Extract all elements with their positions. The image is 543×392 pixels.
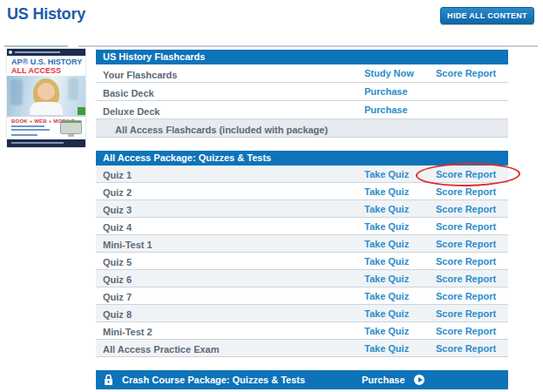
crash-course-purchase-link[interactable]: Purchase [362,370,405,389]
hide-all-content-button[interactable]: HIDE ALL CONTENT [440,7,534,24]
book-cover-thumbnail: AP® U.S. HISTORY ALL ACCESS BOOK + WEB +… [7,49,85,147]
table-row-quiz-3: Quiz 3 Take Quiz Score Report [96,200,508,218]
take-quiz-link[interactable]: Take Quiz [364,218,409,235]
table-row-all-access-flashcards-note: All Access Flashcards (included with pac… [96,119,508,138]
table-row-quiz-1: Quiz 1 Take Quiz Score Report [96,166,508,183]
score-report-link[interactable]: Score Report [436,64,496,83]
table-row-quiz-5: Quiz 5 Take Quiz Score Report [96,253,508,270]
table-row-quiz-2: Quiz 2 Take Quiz Score Report [96,183,508,200]
score-report-link[interactable]: Score Report [436,253,496,270]
book-cover-top-text-decor [15,51,60,53]
row-label: Quiz 3 [96,205,132,215]
table-row-quiz-8: Quiz 8 Take Quiz Score Report [96,305,508,322]
quizzes-tests-table: All Access Package: Quizzes & Tests Quiz… [96,151,508,357]
play-circle-icon[interactable] [414,375,424,385]
laptop-graphic [60,120,82,134]
crash-course-bar: Crash Course Package: Quizzes & Tests Pu… [96,370,508,389]
score-report-link[interactable]: Score Report [436,270,496,287]
book-cover-bottom-bar [7,139,85,147]
table-row-quiz-4: Quiz 4 Take Quiz Score Report [96,218,508,235]
table-row-quiz-7: Quiz 7 Take Quiz Score Report [96,287,508,305]
take-quiz-link[interactable]: Take Quiz [364,200,409,218]
book-cover-title: AP® U.S. HISTORY [11,57,85,66]
flashcards-table: US History Flashcards Your Flashcards St… [96,50,508,138]
table-row-basic-deck: Basic Deck Purchase [96,83,508,101]
student-photo-face [37,83,55,100]
rea-logo [78,107,85,115]
crash-course-bar-label: Crash Course Package: Quizzes & Tests [122,370,305,389]
table-row-your-flashcards: Your Flashcards Study Now Score Report [96,64,508,83]
table-row-mini-test-2: Mini-Test 2 Take Quiz Score Report [96,322,508,340]
score-report-link[interactable]: Score Report [436,218,496,235]
take-quiz-link[interactable]: Take Quiz [364,270,409,287]
row-label: Quiz 7 [96,292,132,302]
row-label: Quiz 5 [96,257,132,267]
row-label: Your Flashcards [96,70,177,80]
row-label: Mini-Test 2 [96,327,153,337]
row-label: Quiz 2 [96,187,132,198]
take-quiz-link[interactable]: Take Quiz [364,253,409,270]
score-report-link[interactable]: Score Report [436,183,496,200]
book-cover-subtitle: ALL ACCESS [11,66,85,75]
table-row-quiz-6: Quiz 6 Take Quiz Score Report [96,270,508,287]
row-label: Deluxe Deck [96,106,160,117]
row-label: Quiz 6 [96,274,132,285]
table-row-deluxe-deck: Deluxe Deck Purchase [96,101,508,119]
course-content-page: US History HIDE ALL CONTENT AP® U.S. HIS… [0,0,543,392]
table-row-mini-test-1: Mini-Test 1 Take Quiz Score Report [96,235,508,253]
book-cover-logo-dot [9,51,12,54]
row-label: Quiz 8 [96,309,132,320]
row-label: Basic Deck [96,88,154,98]
purchase-link[interactable]: Purchase [364,83,408,101]
study-now-link[interactable]: Study Now [364,64,414,83]
row-label: Mini-Test 1 [96,240,153,250]
score-report-link[interactable]: Score Report [436,305,496,322]
score-report-link[interactable]: Score Report [436,322,496,340]
take-quiz-link[interactable]: Take Quiz [364,287,409,305]
divider-line-right [78,45,538,47]
row-label: All Access Practice Exam [96,344,220,355]
note-text: All Access Flashcards (included with pac… [96,125,328,135]
flashcards-table-header: US History Flashcards [96,50,508,64]
row-label: Quiz 4 [96,222,132,233]
take-quiz-link[interactable]: Take Quiz [364,235,409,253]
quizzes-table-header: All Access Package: Quizzes & Tests [96,151,508,166]
book-cover-photo [7,76,85,117]
divider-line-left [4,45,68,47]
page-title: US History [7,5,85,24]
take-quiz-link[interactable]: Take Quiz [364,183,409,200]
score-report-link[interactable]: Score Report [436,340,496,357]
student-photo-torso [30,102,63,117]
lock-icon [104,374,113,386]
purchase-link[interactable]: Purchase [364,101,408,119]
book-cover-titles: AP® U.S. HISTORY ALL ACCESS [7,56,85,76]
take-quiz-link[interactable]: Take Quiz [364,166,409,183]
table-row-all-access-practice-exam: All Access Practice Exam Take Quiz Score… [96,340,508,357]
score-report-link[interactable]: Score Report [436,287,496,305]
take-quiz-link[interactable]: Take Quiz [364,305,409,322]
row-label: Quiz 1 [96,170,132,180]
take-quiz-link[interactable]: Take Quiz [364,340,409,357]
score-report-link[interactable]: Score Report [436,200,496,218]
book-cover-top-bar [7,49,85,56]
score-report-link[interactable]: Score Report [436,235,496,253]
take-quiz-link[interactable]: Take Quiz [364,322,409,340]
score-report-link[interactable]: Score Report [436,166,496,183]
